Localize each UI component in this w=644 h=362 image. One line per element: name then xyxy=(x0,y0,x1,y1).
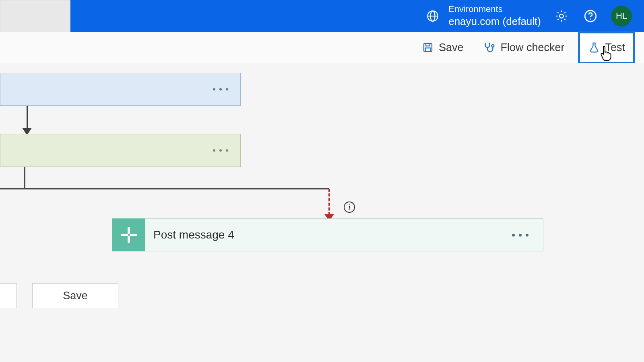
svg-rect-13 xyxy=(130,234,137,236)
save-button[interactable]: Save xyxy=(416,37,469,58)
help-icon[interactable] xyxy=(582,8,599,25)
connector-dashed-line xyxy=(328,189,330,215)
environment-name: enayu.com (default) xyxy=(448,15,541,29)
svg-rect-7 xyxy=(426,43,430,46)
connector-arrow-icon xyxy=(22,106,32,135)
gear-icon[interactable] xyxy=(553,8,570,25)
editor-toolbar: Save Flow checker Test xyxy=(0,32,644,63)
svg-point-5 xyxy=(590,19,591,20)
svg-point-3 xyxy=(559,14,564,18)
flow-step-card[interactable] xyxy=(0,134,241,167)
environment-selector[interactable]: Environments enayu.com (default) xyxy=(424,4,541,29)
svg-rect-8 xyxy=(425,48,431,51)
environments-label: Environments xyxy=(448,4,541,15)
flow-canvas[interactable]: i Post message 4 Save xyxy=(0,63,644,362)
action-title: Post message 4 xyxy=(153,228,512,241)
avatar[interactable]: HL xyxy=(611,6,632,27)
save-label: Save xyxy=(439,41,464,54)
flask-icon xyxy=(588,41,600,53)
flow-action-card[interactable]: Post message 4 xyxy=(112,218,543,251)
flow-checker-button[interactable]: Flow checker xyxy=(477,37,570,58)
flow-step-card[interactable] xyxy=(0,73,241,106)
app-header: Environments enayu.com (default) HL xyxy=(0,0,644,32)
test-button[interactable]: Test xyxy=(578,31,635,64)
ellipsis-icon[interactable] xyxy=(213,149,228,152)
partial-button[interactable] xyxy=(0,283,17,308)
svg-rect-11 xyxy=(128,236,130,243)
connector-line xyxy=(24,167,25,189)
slack-icon xyxy=(112,218,145,251)
test-label: Test xyxy=(605,41,625,54)
save-button-footer[interactable]: Save xyxy=(32,283,118,308)
footer-actions: Save xyxy=(0,283,118,308)
flow-checker-label: Flow checker xyxy=(500,41,564,54)
ellipsis-icon[interactable] xyxy=(512,234,528,237)
svg-rect-12 xyxy=(121,234,128,236)
ellipsis-icon[interactable] xyxy=(213,88,228,90)
search-area[interactable] xyxy=(0,0,70,32)
stethoscope-icon xyxy=(483,41,495,54)
save-label: Save xyxy=(63,290,88,302)
info-icon[interactable]: i xyxy=(344,202,355,213)
connector-line xyxy=(0,188,329,189)
avatar-initials: HL xyxy=(616,11,627,21)
header-right: Environments enayu.com (default) HL xyxy=(424,4,644,29)
svg-point-9 xyxy=(492,45,494,47)
save-icon xyxy=(422,41,434,53)
globe-icon xyxy=(424,8,441,25)
svg-rect-10 xyxy=(128,227,130,234)
